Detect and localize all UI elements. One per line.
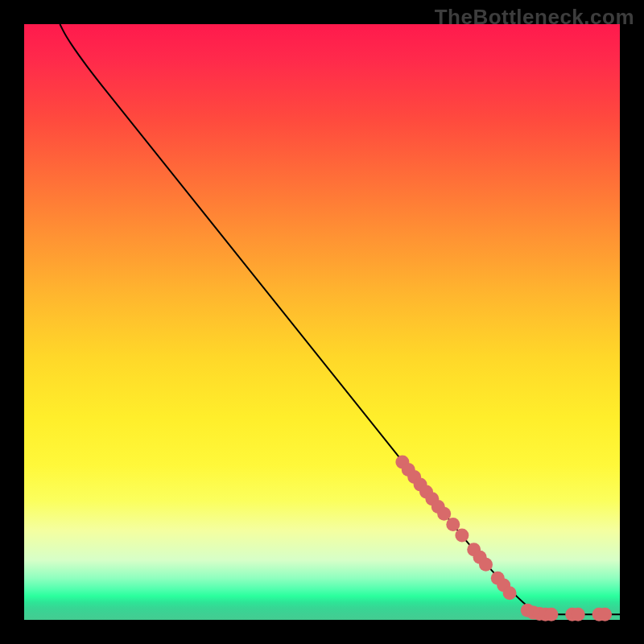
data-point [572, 608, 585, 621]
data-point [544, 608, 558, 621]
curve-line [60, 24, 620, 614]
data-points [395, 455, 612, 621]
data-point [455, 528, 469, 542]
data-point [598, 608, 612, 621]
data-point [503, 586, 517, 600]
chart-svg [24, 24, 620, 620]
data-point [437, 507, 451, 521]
chart-frame: TheBottleneck.com [0, 0, 644, 644]
data-point [479, 558, 493, 572]
data-point [446, 518, 460, 531]
